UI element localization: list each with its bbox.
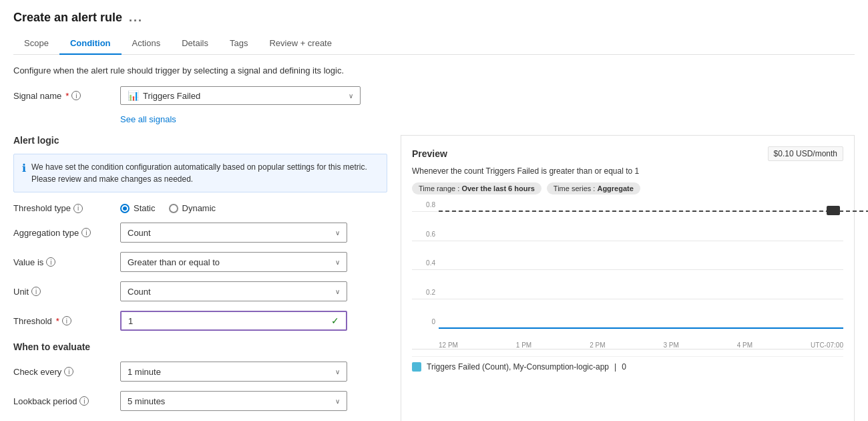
threshold-label: Threshold	[13, 316, 52, 326]
signal-chart-icon: 📊	[128, 90, 139, 101]
tab-scope[interactable]: Scope	[13, 33, 59, 55]
lookback-period-label: Lookback period	[13, 396, 77, 406]
aggregation-type-dropdown[interactable]: Count ∨	[120, 223, 347, 243]
page-title: Create an alert rule	[13, 11, 122, 25]
tab-details[interactable]: Details	[171, 33, 219, 55]
when-evaluate-title: When to evaluate	[13, 341, 387, 352]
preview-panel: Preview $0.10 USD/month Whenever the cou…	[401, 135, 855, 421]
required-star: *	[65, 91, 69, 101]
unit-dropdown[interactable]: Count ∨	[120, 281, 347, 301]
threshold-type-info-icon[interactable]: i	[73, 204, 83, 213]
info-text: We have set the condition configuration …	[31, 161, 379, 185]
threshold-check-icon: ✓	[331, 315, 339, 326]
price-badge: $0.10 USD/month	[768, 146, 843, 161]
value-is-info-icon[interactable]: i	[46, 257, 55, 267]
check-every-label: Check every	[13, 367, 61, 377]
signal-info-icon[interactable]: i	[71, 91, 81, 100]
aggregation-type-info-icon[interactable]: i	[81, 228, 91, 237]
check-every-row: Check every i 1 minute ∨	[13, 362, 387, 382]
tab-tags[interactable]: Tags	[219, 33, 258, 55]
radio-static-label: Static	[134, 203, 156, 213]
tab-review-create[interactable]: Review + create	[258, 33, 343, 55]
x-label-1pm: 1 PM	[516, 341, 531, 349]
aggregation-type-value: Count	[128, 228, 151, 238]
x-axis: 12 PM 1 PM 2 PM 3 PM 4 PM UTC-07:00	[439, 341, 843, 349]
chart-zero-line	[439, 327, 843, 329]
time-series-tag: Time series : Aggregate	[547, 182, 640, 194]
aggregation-chevron-icon: ∨	[335, 229, 340, 237]
legend-value: 0	[622, 362, 626, 372]
x-label-4pm: 4 PM	[737, 341, 752, 349]
radio-dynamic-label: Dynamic	[182, 203, 216, 213]
check-every-value: 1 minute	[128, 367, 161, 377]
threshold-value: 1	[128, 316, 133, 326]
threshold-type-radio-group: Static Dynamic	[120, 203, 216, 213]
alert-logic-title: Alert logic	[13, 135, 387, 146]
lookback-period-value: 5 minutes	[128, 396, 165, 406]
timezone-label: UTC-07:00	[811, 341, 843, 349]
see-all-signals-link[interactable]: See all signals	[120, 114, 855, 124]
value-is-label: Value is	[13, 257, 43, 267]
preview-description: Whenever the count Triggers Failed is gr…	[412, 166, 843, 176]
nav-tabs: Scope Condition Actions Details Tags Rev…	[13, 33, 855, 55]
tab-condition[interactable]: Condition	[59, 33, 122, 55]
value-is-row: Value is i Greater than or equal to ∨	[13, 252, 387, 272]
y-label-02: 0.2	[412, 289, 435, 296]
signal-name-row: Signal name * i 📊 Triggers Failed ∨	[13, 86, 855, 105]
page-title-dots: ...	[129, 11, 143, 25]
radio-static-dot	[120, 204, 130, 213]
lookback-period-chevron-icon: ∨	[335, 398, 340, 405]
y-label-0: 0	[412, 318, 435, 325]
threshold-type-row: Threshold type i Static Dynamic	[13, 203, 387, 213]
unit-info-icon[interactable]: i	[31, 287, 41, 296]
aggregation-type-label: Aggregation type	[13, 228, 79, 238]
tab-actions[interactable]: Actions	[122, 33, 172, 55]
value-is-chevron-icon: ∨	[335, 259, 340, 266]
check-every-chevron-icon: ∨	[335, 368, 340, 376]
y-label-04: 0.4	[412, 259, 435, 267]
unit-label: Unit	[13, 287, 29, 297]
radio-dynamic[interactable]: Dynamic	[169, 203, 216, 213]
lookback-period-dropdown[interactable]: 5 minutes ∨	[120, 391, 347, 411]
legend-row: Triggers Failed (Count), My-Consumption-…	[412, 356, 843, 372]
unit-chevron-icon: ∨	[335, 288, 340, 295]
threshold-info-icon[interactable]: i	[62, 316, 71, 325]
tag-row: Time range : Over the last 6 hours Time …	[412, 182, 843, 194]
legend-color-swatch	[412, 362, 421, 372]
threshold-indicator	[827, 206, 840, 215]
threshold-required-star: *	[56, 316, 59, 326]
signal-chevron-icon: ∨	[349, 92, 353, 100]
aggregation-type-row: Aggregation type i Count ∨	[13, 223, 387, 243]
unit-row: Unit i Count ∨	[13, 281, 387, 301]
value-is-value: Greater than or equal to	[128, 257, 220, 267]
info-icon: ℹ	[22, 162, 26, 185]
legend-label: Triggers Failed (Count), My-Consumption-…	[427, 362, 609, 372]
radio-static[interactable]: Static	[120, 203, 156, 213]
x-label-3pm: 3 PM	[663, 341, 678, 349]
signal-value: Triggers Failed	[143, 91, 200, 101]
check-every-dropdown[interactable]: 1 minute ∨	[120, 362, 347, 382]
h-line-04	[412, 269, 843, 270]
threshold-dashed-line	[439, 210, 868, 212]
h-line-06	[412, 241, 843, 241]
preview-title: Preview	[412, 148, 447, 159]
unit-value: Count	[128, 287, 151, 297]
x-label-12pm: 12 PM	[439, 341, 458, 349]
value-is-dropdown[interactable]: Greater than or equal to ∨	[120, 252, 347, 272]
radio-dynamic-dot	[169, 204, 178, 213]
threshold-input[interactable]: 1 ✓	[120, 311, 347, 331]
check-every-info-icon[interactable]: i	[64, 367, 73, 376]
x-label-2pm: 2 PM	[590, 341, 605, 349]
h-line-02	[412, 299, 843, 299]
alert-logic-info-box: ℹ We have set the condition configuratio…	[13, 154, 387, 192]
page-description: Configure when the alert rule should tri…	[13, 65, 855, 76]
chart-area: 0.8 0.6 0.4 0.2 0 12 PM 1 PM	[412, 202, 843, 349]
time-range-tag: Time range : Over the last 6 hours	[412, 182, 541, 194]
lookback-period-info-icon[interactable]: i	[79, 396, 89, 406]
signal-dropdown[interactable]: 📊 Triggers Failed ∨	[120, 86, 361, 105]
y-label-08: 0.8	[412, 200, 435, 208]
threshold-type-label: Threshold type	[13, 203, 71, 213]
legend-separator: |	[614, 362, 616, 372]
threshold-row: Threshold * i 1 ✓	[13, 311, 387, 331]
signal-name-label: Signal name	[13, 91, 61, 101]
